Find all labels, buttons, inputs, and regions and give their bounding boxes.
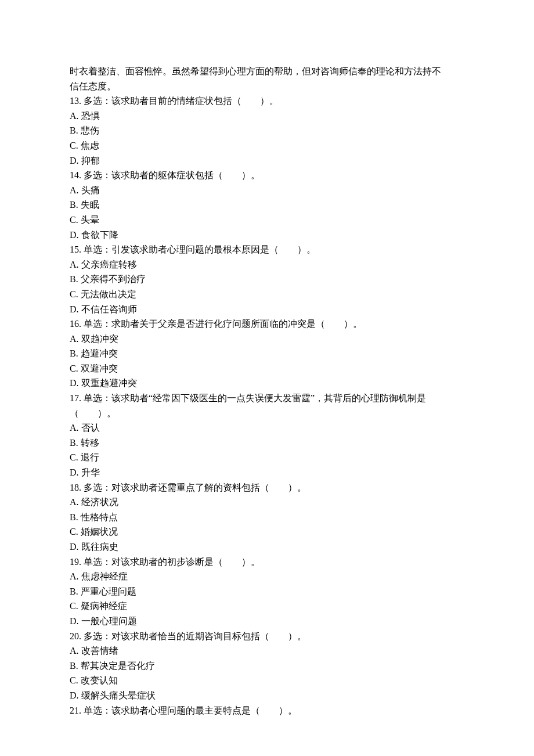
intro-line-1: 时衣着整洁、面容憔悴。虽然希望得到心理方面的帮助，但对咨询师信奉的理论和方法持不: [70, 64, 464, 79]
question-17-option-d: D. 升华: [70, 465, 464, 480]
question-16-option-a: A. 双趋冲突: [70, 332, 464, 347]
question-19-stem: 19. 单选：对该求助者的初步诊断是（ ）。: [70, 555, 464, 570]
question-15-option-a: A. 父亲癌症转移: [70, 257, 464, 272]
question-17-option-c: C. 退行: [70, 450, 464, 465]
question-15-stem: 15. 单选：引发该求助者心理问题的最根本原因是（ ）。: [70, 242, 464, 257]
question-13-option-a: A. 恐惧: [70, 109, 464, 124]
question-21-stem: 21. 单选：该求助者心理问题的最主要特点是（ ）。: [70, 703, 464, 718]
question-17-option-b: B. 转移: [70, 435, 464, 451]
question-17-stem: 17. 单选：该求助者“经常因下级医生的一点失误便大发雷霆”，其背后的心理防御机…: [70, 391, 464, 420]
question-20-option-c: C. 改变认知: [70, 673, 464, 688]
question-16-option-b: B. 趋避冲突: [70, 346, 464, 361]
question-18-option-d: D. 既往病史: [70, 539, 464, 555]
question-16-option-d: D. 双重趋避冲突: [70, 376, 464, 391]
question-14-stem: 14. 多选：该求助者的躯体症状包括（ ）。: [70, 168, 464, 183]
question-18-option-a: A. 经济状况: [70, 495, 464, 510]
question-19-option-c: C. 疑病神经症: [70, 599, 464, 614]
question-13-option-c: C. 焦虑: [70, 138, 464, 153]
question-14-option-d: D. 食欲下降: [70, 228, 464, 243]
question-20-option-a: A. 改善情绪: [70, 643, 464, 658]
question-20-option-b: B. 帮其决定是否化疗: [70, 658, 464, 674]
question-20-stem: 20. 多选：对该求助者恰当的近期咨询目标包括（ ）。: [70, 629, 464, 644]
question-19-option-b: B. 严重心理问题: [70, 584, 464, 599]
question-16-stem: 16. 单选：求助者关于父亲是否进行化疗问题所面临的冲突是（ ）。: [70, 316, 464, 332]
question-18-option-b: B. 性格特点: [70, 510, 464, 525]
question-15-option-b: B. 父亲得不到治疗: [70, 272, 464, 287]
question-13-stem: 13. 多选：该求助者目前的情绪症状包括（ ）。: [70, 93, 464, 109]
question-15-option-d: D. 不信任咨询师: [70, 302, 464, 317]
question-18-option-c: C. 婚姻状况: [70, 524, 464, 539]
question-14-option-a: A. 头痛: [70, 183, 464, 198]
question-15-option-c: C. 无法做出决定: [70, 287, 464, 302]
question-19-option-a: A. 焦虑神经症: [70, 569, 464, 584]
question-20-option-d: D. 缓解头痛头晕症状: [70, 688, 464, 703]
question-17-option-a: A. 否认: [70, 420, 464, 435]
document-page: 时衣着整洁、面容憔悴。虽然希望得到心理方面的帮助，但对咨询师信奉的理论和方法持不…: [0, 0, 534, 756]
question-13-option-d: D. 抑郁: [70, 153, 464, 168]
question-14-option-c: C. 头晕: [70, 213, 464, 228]
question-18-stem: 18. 多选：对该求助者还需重点了解的资料包括（ ）。: [70, 480, 464, 495]
question-19-option-d: D. 一般心理问题: [70, 614, 464, 629]
question-13-option-b: B. 悲伤: [70, 123, 464, 138]
question-14-option-b: B. 失眠: [70, 197, 464, 213]
question-16-option-c: C. 双避冲突: [70, 361, 464, 376]
intro-line-2: 信任态度。: [70, 79, 464, 94]
